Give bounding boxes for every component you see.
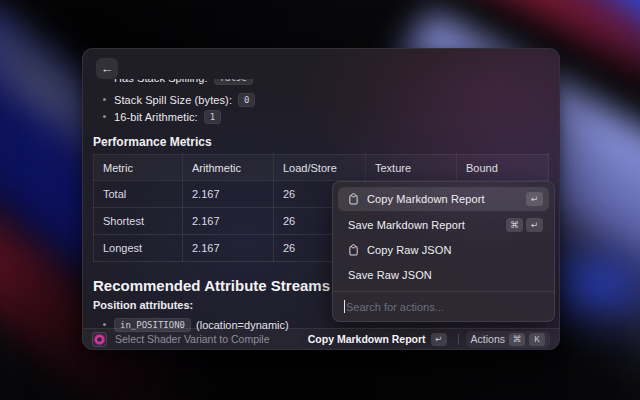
metric-value-chip: 0	[238, 93, 255, 107]
actions-search-row	[333, 291, 554, 321]
metric-label: Has Stack Spilling:	[114, 79, 208, 84]
menu-item-label: Copy Markdown Report	[367, 193, 526, 205]
actions-button-label: Actions	[471, 333, 505, 345]
cmd-key-badge: ⌘	[509, 333, 525, 346]
bullet-icon	[103, 323, 106, 326]
col-header-texture: Texture	[366, 155, 457, 181]
metric-value-chip: false	[214, 79, 253, 85]
menu-item-copy-raw-json[interactable]: Copy Raw JSON	[338, 237, 549, 262]
footer-bar: Select Shader Variant to Compile Copy Ma…	[83, 328, 559, 349]
actions-button[interactable]: Actions ⌘ K	[466, 331, 550, 348]
metric-label: Stack Spill Size (bytes):	[114, 94, 232, 106]
performance-metrics-heading: Performance Metrics	[93, 135, 549, 151]
menu-item-label: Save Raw JSON	[348, 269, 543, 281]
cell-metric: Total	[94, 181, 183, 208]
metric-value-chip: 1	[204, 110, 221, 124]
footer-divider	[458, 334, 459, 345]
text-caret	[344, 300, 345, 313]
bullet-icon	[103, 98, 106, 101]
actions-menu-popup: Copy Markdown Report ↵ Save Markdown Rep…	[332, 181, 555, 322]
cell-metric: Longest	[94, 235, 183, 262]
clipboard-icon	[348, 193, 360, 205]
list-item: Stack Spill Size (bytes): 0	[93, 91, 549, 108]
enter-key-badge: ↵	[526, 218, 543, 232]
primary-action-label: Copy Markdown Report	[308, 333, 426, 345]
primary-action-button[interactable]: Copy Markdown Report ↵	[304, 331, 451, 348]
col-header-bound: Bound	[457, 155, 549, 181]
window-header: ←	[83, 49, 559, 79]
metric-label: 16-bit Arithmetic:	[114, 111, 198, 123]
actions-search-input[interactable]	[346, 301, 543, 313]
col-header-arithmetic: Arithmetic	[183, 155, 274, 181]
col-header-load-store: Load/Store	[274, 155, 366, 181]
cell-arithmetic: 2.167	[183, 181, 274, 208]
menu-item-save-raw-json[interactable]: Save Raw JSON	[338, 262, 549, 287]
shader-extension-icon	[92, 332, 107, 347]
back-button[interactable]: ←	[96, 58, 118, 79]
bullet-icon	[103, 115, 106, 118]
cell-arithmetic: 2.167	[183, 208, 274, 235]
back-arrow-icon: ←	[101, 61, 114, 76]
cell-metric: Shortest	[94, 208, 183, 235]
clipboard-icon	[348, 244, 360, 256]
menu-item-label: Copy Raw JSON	[367, 244, 543, 256]
enter-key-badge: ↵	[526, 192, 543, 206]
cell-arithmetic: 2.167	[183, 235, 274, 262]
clipped-list-item: Has Stack Spilling: false	[93, 79, 549, 87]
table-header-row: Metric Arithmetic Load/Store Texture Bou…	[94, 155, 549, 181]
menu-item-label: Save Markdown Report	[348, 219, 506, 231]
menu-item-save-markdown-report[interactable]: Save Markdown Report ⌘ ↵	[338, 212, 549, 237]
command-palette-window: ← Has Stack Spilling: false Stack Spill …	[82, 48, 560, 350]
menu-item-copy-markdown-report[interactable]: Copy Markdown Report ↵	[338, 187, 549, 211]
footer-context-label: Select Shader Variant to Compile	[115, 333, 269, 345]
cmd-key-badge: ⌘	[506, 218, 523, 232]
enter-key-badge: ↵	[431, 333, 447, 346]
col-header-metric: Metric	[94, 155, 183, 181]
list-item: 16-bit Arithmetic: 1	[93, 108, 549, 125]
k-key-badge: K	[529, 333, 545, 346]
